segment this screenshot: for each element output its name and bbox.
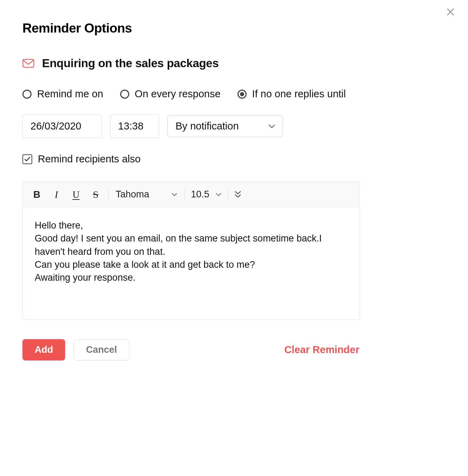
font-select-value: Tahoma (116, 189, 149, 200)
mail-icon (22, 59, 34, 68)
checkbox-icon (22, 154, 32, 164)
time-input[interactable] (110, 114, 159, 138)
close-icon (446, 7, 455, 17)
radio-icon (22, 90, 32, 99)
clear-reminder-link[interactable]: Clear Reminder (284, 344, 359, 356)
radio-label: On every response (135, 88, 221, 100)
font-size-value: 10.5 (191, 189, 209, 200)
radio-if-no-one-replies[interactable]: If no one replies until (238, 88, 346, 100)
chevron-down-icon (172, 193, 177, 196)
editor-toolbar: B I U S Tahoma 10.5 (23, 182, 359, 207)
reminder-options-dialog: Reminder Options Enquiring on the sales … (0, 0, 382, 382)
radio-label: If no one replies until (252, 88, 346, 100)
cancel-button[interactable]: Cancel (74, 339, 129, 360)
toolbar-divider (108, 188, 109, 202)
chevron-down-icon (269, 124, 275, 128)
remind-recipients-checkbox[interactable]: Remind recipients also (22, 153, 359, 165)
close-button[interactable] (442, 4, 459, 20)
message-editor: B I U S Tahoma 10.5 (22, 182, 359, 320)
radio-label: Remind me on (37, 88, 103, 100)
method-select[interactable]: By notification (167, 115, 283, 137)
radio-on-every-response[interactable]: On every response (120, 88, 221, 100)
toolbar-more-button[interactable] (231, 191, 245, 198)
radio-icon (120, 90, 129, 99)
radio-remind-me-on[interactable]: Remind me on (22, 88, 103, 100)
underline-button[interactable]: U (66, 189, 86, 200)
checkbox-label: Remind recipients also (38, 153, 140, 165)
method-select-value: By notification (176, 120, 239, 132)
double-chevron-down-icon (235, 191, 241, 198)
font-size-select[interactable]: 10.5 (187, 189, 225, 200)
footer-buttons: Add Cancel (22, 339, 129, 360)
strike-button[interactable]: S (86, 189, 105, 200)
toolbar-divider (184, 188, 185, 202)
datetime-row: By notification (22, 114, 359, 138)
font-select[interactable]: Tahoma (111, 189, 181, 200)
subject-text: Enquiring on the sales packages (42, 57, 219, 70)
toolbar-divider (228, 188, 228, 202)
chevron-down-icon (216, 193, 221, 196)
svg-rect-2 (23, 59, 34, 68)
editor-body[interactable]: Hello there, Good day! I sent you an ema… (23, 207, 359, 319)
radio-icon (238, 90, 247, 99)
italic-button[interactable]: I (47, 189, 66, 200)
dialog-title: Reminder Options (22, 21, 359, 36)
dialog-footer: Add Cancel Clear Reminder (22, 339, 359, 360)
bold-button[interactable]: B (27, 189, 47, 200)
reminder-type-radios: Remind me on On every response If no one… (22, 88, 359, 100)
date-input[interactable] (22, 114, 102, 138)
subject-row: Enquiring on the sales packages (22, 57, 359, 70)
add-button[interactable]: Add (22, 339, 65, 360)
